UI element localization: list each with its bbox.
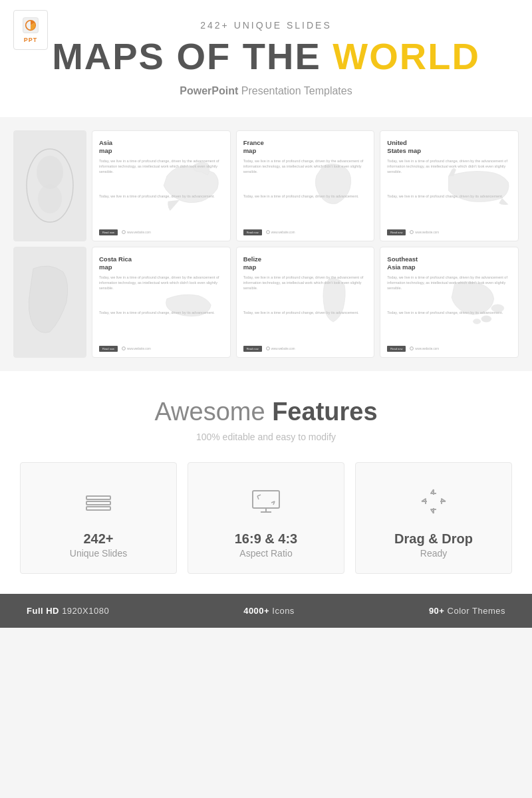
subtitle-rest: Presentation Templates	[238, 85, 352, 96]
svg-point-4	[38, 184, 62, 213]
footer-item-hd: Full HD 1920X1080	[27, 606, 109, 616]
feature-card-aspect-ratio: 16:9 & 4:3 Aspect Ratio	[188, 462, 344, 574]
svg-point-11	[491, 305, 504, 312]
preview-section: Asiamap Today, we live in a time of prof…	[0, 117, 532, 371]
unique-slides-sub: Unique Slides	[70, 548, 127, 559]
subtitle-bold: PowerPoint	[180, 85, 238, 96]
card-btn-asia[interactable]: Read now	[99, 229, 118, 235]
features-title: Awesome Features	[20, 398, 512, 426]
card-link-asia: www.website.com	[122, 230, 151, 234]
card-btn-belize[interactable]: Read now	[243, 346, 262, 352]
features-section: Awesome Features 100% editable and easy …	[0, 371, 532, 594]
svg-rect-15	[86, 496, 110, 499]
move-icon	[415, 483, 452, 520]
svg-point-7	[410, 231, 414, 234]
svg-line-21	[257, 496, 259, 499]
monitor-icon	[247, 483, 285, 520]
features-subtitle: 100% editable and easy to modify	[20, 432, 512, 442]
main-title: MAPS OF THE WORLD	[27, 36, 505, 77]
preview-card-costa-rica: Costa Ricamap Today, we live in a time o…	[92, 247, 231, 358]
feature-card-unique-slides: 242+ Unique Slides	[20, 462, 177, 574]
svg-line-20	[257, 495, 261, 496]
features-title-bold: Features	[272, 398, 377, 426]
ppt-label: PPT	[24, 37, 38, 43]
card-btn-us[interactable]: Read now	[387, 229, 406, 235]
footer-item-icons: 4000+ Icons	[243, 606, 295, 616]
asia-map-visual	[154, 131, 230, 241]
svg-rect-17	[253, 491, 279, 508]
aspect-ratio-main: 16:9 & 4:3	[235, 531, 298, 547]
preview-card-belize: Belizemap Today, we live in a time of pr…	[236, 247, 375, 358]
southeast-asia-map-visual	[442, 247, 518, 357]
france-map-visual	[299, 131, 374, 241]
drag-drop-main: Drag & Drop	[394, 531, 473, 547]
costa-rica-map-visual	[154, 247, 230, 357]
features-cards: 242+ Unique Slides 16:9 & 4:3 Aspect Rat…	[20, 462, 512, 574]
subtitle: PowerPoint Presentation Templates	[27, 85, 505, 97]
card-btn-southeast-asia[interactable]: Read now	[387, 346, 406, 352]
preview-card-asia: Asiamap Today, we live in a time of prof…	[92, 130, 231, 241]
svg-point-8	[122, 347, 126, 350]
title-highlight: WORLD	[332, 35, 480, 77]
left-strip-top	[13, 130, 86, 241]
drag-drop-sub: Ready	[420, 548, 447, 559]
svg-point-6	[266, 231, 269, 234]
left-strip-bottom	[13, 247, 86, 358]
svg-point-9	[266, 347, 269, 350]
preview-card-southeast-asia: SoutheastAsia map Today, we live in a ti…	[380, 247, 519, 358]
preview-card-france: Francemap Today, we live in a time of pr…	[236, 130, 375, 241]
footer-item-colors: 90+ Color Themes	[429, 606, 505, 616]
header: PPT 242+ UNIQUE SLIDES MAPS OF THE WORLD…	[0, 0, 532, 117]
features-title-light: Awesome	[154, 398, 272, 426]
preview-card-us: UnitedStates map Today, we live in a tim…	[380, 130, 519, 241]
belize-map-visual	[299, 247, 374, 357]
svg-point-10	[410, 347, 414, 350]
svg-point-12	[481, 316, 491, 322]
layers-icon	[80, 483, 117, 520]
card-btn-costa-rica[interactable]: Read now	[99, 346, 118, 352]
card-btn-france[interactable]: Read now	[243, 229, 262, 235]
svg-point-5	[122, 231, 126, 234]
svg-rect-14	[86, 501, 110, 505]
unique-slides-label: 242+ UNIQUE SLIDES	[27, 20, 505, 31]
us-map-visual	[442, 131, 518, 241]
feature-card-drag-drop: Drag & Drop Ready	[355, 462, 512, 574]
svg-point-13	[473, 319, 481, 325]
aspect-ratio-sub: Aspect Ratio	[239, 548, 292, 559]
preview-grid: Asiamap Today, we live in a time of prof…	[13, 130, 519, 358]
unique-slides-main: 242+	[83, 531, 113, 547]
svg-rect-16	[86, 507, 110, 510]
svg-point-3	[37, 156, 63, 189]
footer: Full HD 1920X1080 4000+ Icons 90+ Color …	[0, 594, 532, 628]
title-part1: MAPS OF THE	[52, 35, 332, 77]
ppt-badge: PPT	[13, 10, 48, 50]
